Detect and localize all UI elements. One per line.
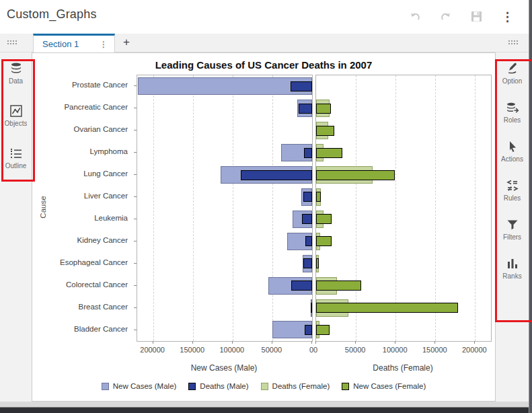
x-tick-mark (355, 341, 356, 344)
sidebar-item-roles[interactable]: Roles (496, 101, 529, 124)
add-section-button[interactable]: + (120, 36, 132, 49)
sidebar-item-ranks[interactable]: Ranks (496, 257, 529, 280)
gridline (435, 75, 436, 341)
bar-deaths-male-pancreatic-cancer[interactable] (299, 104, 312, 114)
legend-swatch-icon (261, 383, 268, 390)
title-bar: Custom_Graphs ⋮ (0, 0, 529, 34)
category-label-liver-cancer: Liver Cancer (32, 192, 128, 201)
legend-item-new-cases-male[interactable]: New Cases (Male) (102, 382, 177, 390)
sidebar-item-filters[interactable]: Filters (496, 218, 529, 241)
ranks-bars-icon (506, 257, 519, 270)
bar-new-cases-female-lymphoma[interactable] (316, 148, 342, 158)
save-icon[interactable] (470, 10, 483, 23)
bar-deaths-male-bladder-cancer[interactable] (305, 325, 312, 335)
bar-new-cases-female-lung-cancer[interactable] (316, 170, 395, 180)
gridline (272, 75, 273, 341)
bar-deaths-male-lung-cancer[interactable] (241, 170, 312, 180)
sidebar-item-label: Data (9, 77, 23, 85)
sidebar-item-label: Ranks (502, 272, 521, 280)
sidebar-item-label: Objects (5, 120, 28, 127)
sidebar-item-label: Filters (503, 233, 521, 241)
sidebar-item-label: Rules (504, 194, 521, 202)
redo-icon[interactable] (439, 10, 452, 23)
bar-new-cases-female-esophageal-cancer[interactable] (316, 258, 319, 268)
bar-deaths-male-liver-cancer[interactable] (303, 192, 312, 202)
toolbar: ⋮ (408, 10, 514, 23)
category-label-colorectal-cancer: Colorectal Cancer (32, 280, 128, 290)
legend-item-deaths-female[interactable]: Deaths (Female) (261, 382, 330, 390)
category-label-breast-cancer: Breast Cancer (32, 303, 128, 312)
bar-deaths-male-prostate-cancer[interactable] (291, 81, 312, 91)
legend-item-new-cases-female[interactable]: New Cases (Female) (342, 382, 426, 390)
x-tick-label: 150000 (180, 346, 204, 354)
x-tick-mark (272, 341, 272, 344)
x-tick-mark (315, 341, 316, 344)
category-label-prostate-cancer: Prostate Cancer (32, 81, 128, 90)
legend-label: New Cases (Male) (113, 382, 177, 390)
sidebar-item-options[interactable]: Option (496, 62, 529, 85)
actions-cursor-icon (506, 140, 519, 153)
legend-swatch-icon (342, 383, 349, 390)
bar-new-cases-female-liver-cancer[interactable] (316, 192, 321, 202)
undo-icon[interactable] (408, 10, 421, 23)
more-options-icon[interactable]: ⋮ (501, 10, 514, 23)
filters-funnel-icon (506, 218, 519, 231)
bar-new-cases-female-kidney-cancer[interactable] (316, 236, 332, 246)
category-label-ovarian-cancer: Ovarian Cancer (32, 125, 128, 135)
tab-menu-icon[interactable]: ⋮ (100, 40, 108, 49)
sidebar-item-actions[interactable]: Actions (496, 140, 529, 163)
chart-legend: New Cases (Male)Deaths (Male)Deaths (Fem… (32, 382, 495, 390)
bar-deaths-male-colorectal-cancer[interactable] (291, 280, 312, 291)
bar-new-cases-female-bladder-cancer[interactable] (316, 325, 330, 335)
bar-new-cases-female-pancreatic-cancer[interactable] (316, 104, 331, 114)
x-tick-label: 0 (313, 346, 317, 354)
sidebar-item-objects[interactable]: Objects (0, 104, 32, 127)
x-tick-label: 50000 (345, 346, 366, 354)
bar-deaths-male-esophageal-cancer[interactable] (303, 258, 312, 268)
bar-deaths-male-kidney-cancer[interactable] (305, 236, 312, 246)
gridline (233, 75, 233, 341)
x-tick-label: 100000 (383, 346, 408, 354)
legend-swatch-icon (188, 383, 196, 390)
legend-label: Deaths (Female) (272, 382, 330, 390)
bar-deaths-male-breast-cancer[interactable] (311, 303, 312, 313)
sidebar-item-data[interactable]: Data (0, 62, 32, 85)
x-tick-label: 150000 (422, 346, 447, 354)
legend-swatch-icon (102, 383, 109, 390)
sidebar-item-rules[interactable]: Rules (496, 179, 529, 202)
report-title: Custom_Graphs (7, 7, 97, 22)
x-axis-title-left: New Cases (Male) (137, 363, 311, 373)
right-rail: Option Roles Actions (496, 52, 529, 402)
data-cylinder-icon (9, 62, 23, 75)
left-pane-drag-handle-icon[interactable] (7, 40, 18, 45)
x-tick-mark (395, 341, 395, 344)
options-pencil-icon (506, 62, 519, 75)
x-tick-label: 100000 (219, 346, 244, 354)
x-tick-label: 200000 (140, 346, 165, 354)
sidebar-item-label: Option (502, 77, 522, 85)
bar-new-cases-female-colorectal-cancer[interactable] (316, 280, 361, 291)
bar-new-cases-female-breast-cancer[interactable] (316, 303, 458, 313)
category-label-lung-cancer: Lung Cancer (32, 170, 128, 179)
x-tick-mark (232, 341, 233, 344)
bar-deaths-male-lymphoma[interactable] (304, 148, 312, 158)
category-label-lymphoma: Lymphoma (32, 147, 128, 157)
x-tick-mark (153, 341, 153, 344)
right-pane-drag-handle-icon[interactable] (508, 40, 519, 45)
tab-section-1[interactable]: Section 1 ⋮ (33, 34, 115, 52)
category-label-esophageal-cancer: Esophageal Cancer (32, 258, 128, 268)
objects-chart-icon (9, 104, 23, 118)
legend-item-deaths-male[interactable]: Deaths (Male) (188, 382, 248, 390)
gridline (356, 75, 356, 341)
bar-new-cases-female-leukemia[interactable] (316, 214, 332, 224)
bar-new-cases-male-prostate-cancer[interactable] (138, 77, 312, 95)
bar-new-cases-female-ovarian-cancer[interactable] (316, 126, 334, 136)
window-bottom-gutter (0, 402, 529, 407)
category-label-pancreatic-cancer: Pancreatic Cancer (32, 103, 128, 112)
category-label-leukemia: Leukemia (32, 214, 128, 223)
sidebar-item-outline[interactable]: Outline (0, 147, 32, 170)
x-tick-mark (311, 341, 312, 344)
x-tick-mark (192, 341, 193, 344)
tab-label: Section 1 (42, 39, 100, 49)
bar-deaths-male-leukemia[interactable] (302, 214, 312, 224)
